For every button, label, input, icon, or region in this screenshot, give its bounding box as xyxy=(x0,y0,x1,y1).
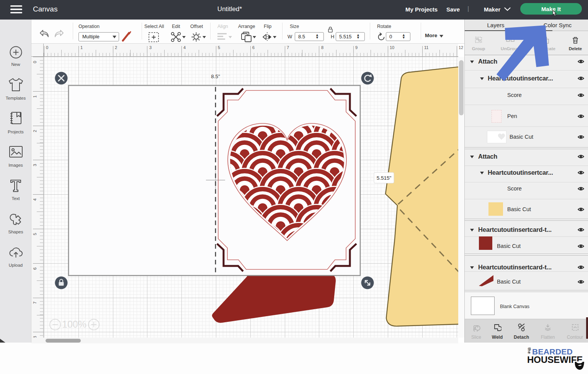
svg-text:100%: 100% xyxy=(62,319,87,330)
svg-text:8.5": 8.5" xyxy=(211,74,220,79)
svg-text:5.515": 5.515" xyxy=(377,175,392,181)
